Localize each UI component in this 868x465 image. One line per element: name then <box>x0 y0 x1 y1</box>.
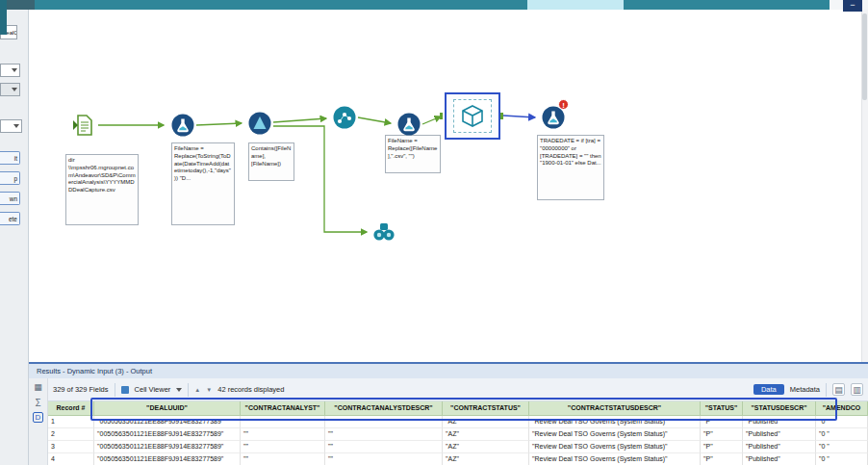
annotation-formula-3[interactable]: TRADEDATE = if [tra] = "00000000" or [TR… <box>537 135 604 200</box>
table-cell: "0 " <box>816 416 868 428</box>
results-panel: Results - Dynamic Input (3) - Output 329… <box>29 362 868 465</box>
up-arrow-icon[interactable]: ▲ <box>194 387 200 393</box>
chevron-down-icon[interactable] <box>176 388 182 392</box>
dropdown-1[interactable] <box>0 64 20 77</box>
input-data-tool[interactable] <box>72 113 97 142</box>
table-cell: "P" <box>701 428 743 441</box>
data-profile-icon[interactable]: D <box>33 412 43 423</box>
chevron-down-icon <box>13 124 19 128</box>
edit-button[interactable]: it <box>0 151 20 165</box>
table-cell: "0050563501121EE88F9J914E83277589" <box>94 428 241 441</box>
top-bar <box>0 0 868 10</box>
join-tool[interactable] <box>332 105 357 134</box>
table-cell: "P" <box>701 453 743 465</box>
table-cell: "Review Deal TSO Governs (System Status)… <box>529 428 701 441</box>
workflow-canvas[interactable]: ! dir \\mpsshr06.mgroupnet.com\Andeavor\… <box>29 10 868 362</box>
table-cell: "0050563501121EE88F9J914E83277589" <box>94 453 241 465</box>
dropdown-3[interactable] <box>0 119 22 133</box>
browse-tool[interactable] <box>371 220 396 248</box>
table-cell: "AZ" <box>443 453 529 465</box>
results-title: Results - Dynamic Input (3) - Output <box>29 364 868 378</box>
copy-icon[interactable]: ▤ <box>832 383 845 396</box>
workflow-tab[interactable] <box>527 0 624 10</box>
column-header[interactable]: "STATUSDESCR" <box>743 401 816 416</box>
left-edge-strip <box>0 0 7 35</box>
dynamic-input-cube-icon <box>457 103 488 130</box>
minimize-button[interactable]: − <box>843 0 862 12</box>
cell-viewer-icon <box>121 386 129 394</box>
annotation-formula-1[interactable]: FileName = Replace(ToString(ToDate(DateT… <box>171 142 235 225</box>
up-button[interactable]: p <box>0 171 20 185</box>
formula-flask-icon <box>396 112 421 137</box>
table-cell: "AZ" <box>443 441 529 453</box>
column-header[interactable]: "CONTRACTSTATUSDESCR" <box>529 401 701 416</box>
save-icon[interactable]: ▥ <box>851 383 863 396</box>
column-header[interactable]: "AMENDCO <box>816 401 868 416</box>
column-header[interactable]: "DEALUUID" <box>94 401 241 416</box>
formula-tool-2[interactable] <box>396 112 421 141</box>
chevron-down-icon <box>12 68 17 72</box>
table-cell: "0050563501121EE88F9J914E83277589" <box>94 441 241 453</box>
annotation-input-path[interactable]: dir \\mpsshr06.mgroupnet.com\Andeavor\SD… <box>65 154 139 225</box>
column-header[interactable]: "CONTRACTANALYST" <box>241 401 325 416</box>
table-row[interactable]: 2"0050563501121EE88F9J914E83277589""""""… <box>48 428 868 441</box>
cell-viewer-button[interactable]: Cell Viewer <box>135 385 171 394</box>
formula-tool-1[interactable] <box>170 113 195 142</box>
toolbar-divider <box>826 383 827 397</box>
down-button[interactable]: wn <box>0 192 20 205</box>
table-cell: "" <box>325 441 443 453</box>
record-number-header[interactable]: Record # <box>48 401 94 416</box>
table-cell: "0 " <box>816 441 868 453</box>
table-cell: "Review Deal TSO Governs (System Status)… <box>529 453 701 465</box>
alteryx-window: − DealCa it p wn ete <box>0 0 868 465</box>
table-row[interactable]: 3"0050563501121EE88F9J914E83277589""""""… <box>48 441 868 453</box>
filter-tool[interactable] <box>247 111 272 140</box>
delete-button[interactable]: ete <box>0 212 20 225</box>
records-info: 42 records displayed <box>217 385 284 394</box>
table-row[interactable]: 4"0050563501121EE88F9J914E83277589""""""… <box>48 453 868 465</box>
record-number-cell: 2 <box>48 428 94 441</box>
table-row[interactable]: 1"0050563501121EE88F9J914E83277389""""""… <box>48 416 868 428</box>
left-config-panel: DealCa it p wn ete <box>0 10 29 465</box>
results-toolbar: 329 of 329 Fields Cell Viewer ▲ ▼ 42 rec… <box>48 378 868 401</box>
table-cell: "0 " <box>816 453 868 465</box>
scrollbar-thumb[interactable] <box>862 13 867 100</box>
column-header[interactable]: "CONTRACTSTATUS" <box>443 401 529 416</box>
toolbar-divider <box>115 383 115 397</box>
annotation-filter[interactable]: Contains([FileName],[FileName]) <box>248 142 294 181</box>
filter-icon <box>247 111 272 136</box>
record-number-cell: 3 <box>48 441 94 453</box>
table-cell: "0 " <box>816 428 868 441</box>
results-header-row: Record #"DEALUUID""CONTRACTANALYST""CONT… <box>48 401 868 416</box>
toolbar-divider <box>188 383 189 397</box>
table-cell: "" <box>241 428 325 441</box>
table-cell: "Published" <box>743 441 816 453</box>
table-cell: "AZ" <box>443 416 529 428</box>
dynamic-input-tool[interactable] <box>453 99 492 133</box>
metadata-tab[interactable]: Metadata <box>790 385 820 394</box>
table-cell: "" <box>241 416 325 428</box>
table-cell: "" <box>325 428 443 441</box>
table-cell: "Review Deal TSO Governs (System Status)… <box>529 441 701 453</box>
connection-lines <box>29 10 868 362</box>
table-cell: "P" <box>701 441 743 453</box>
sigma-icon[interactable]: ∑ <box>35 398 40 406</box>
fields-info: 329 of 329 Fields <box>53 385 109 394</box>
dropdown-2[interactable] <box>0 83 20 96</box>
table-cell: "" <box>241 441 325 453</box>
table-cell: "" <box>241 453 325 465</box>
canvas-scrollbar[interactable] <box>861 10 868 362</box>
table-cell: "Published" <box>743 453 816 465</box>
table-cell: "" <box>325 416 443 428</box>
column-header[interactable]: "CONTRACTANALYSTDESCR" <box>325 401 443 416</box>
table-cell: "Published" <box>743 428 816 441</box>
annotation-formula-2[interactable]: FileName = Replace([FileName],".csv", ""… <box>385 135 441 173</box>
table-cell: "" <box>325 453 443 465</box>
column-header[interactable]: "STATUS" <box>701 401 743 416</box>
data-tab[interactable]: Data <box>753 384 784 395</box>
down-arrow-icon[interactable]: ▼ <box>206 387 212 393</box>
formula-flask-icon <box>170 113 195 138</box>
grid-view-icon[interactable]: ▦ <box>34 383 42 392</box>
join-dots-icon <box>332 105 357 130</box>
results-table[interactable]: Record #"DEALUUID""CONTRACTANALYST""CONT… <box>48 401 868 465</box>
